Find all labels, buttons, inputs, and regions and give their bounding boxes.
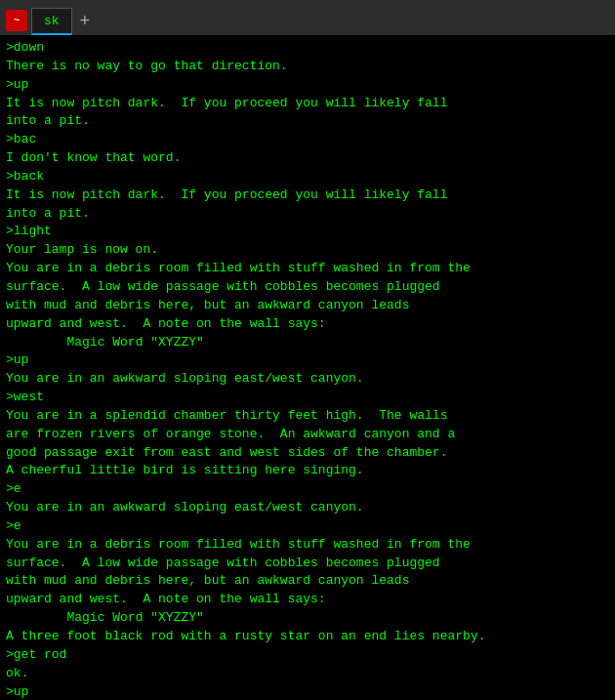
terminal-output-line: with mud and debris here, but an awkward… (6, 297, 609, 315)
terminal-output-line: Magic Word "XYZZY" (6, 609, 609, 628)
terminal-command: >down (6, 39, 609, 58)
active-tab[interactable]: sk (31, 8, 72, 35)
terminal-output-line: You are in a splendid chamber thirty fee… (6, 407, 609, 426)
add-tab-button[interactable]: + (72, 8, 99, 35)
terminal-output-line: You are in a debris room filled with stu… (6, 260, 609, 278)
terminal-output-line: into a pit. (6, 112, 609, 131)
terminal-output-line: ok. (6, 665, 609, 683)
terminal-output-line: A three foot black rod with a rusty star… (6, 628, 609, 646)
terminal-output-line: surface. A low wide passage with cobbles… (6, 555, 609, 573)
title-bar: ~ sk + (0, 0, 615, 35)
terminal-output-line: It is now pitch dark. If you proceed you… (6, 186, 609, 205)
terminal-command: >bac (6, 131, 609, 149)
terminal-output-line: There is no way to go that direction. (6, 58, 609, 76)
terminal-output-line: It is now pitch dark. If you proceed you… (6, 95, 609, 113)
terminal-output-line: A cheerful little bird is sitting here s… (6, 462, 609, 480)
terminal-output-line: Your lamp is now on. (6, 241, 609, 260)
terminal-output-line: upward and west. A note on the wall says… (6, 591, 609, 609)
terminal-output-line: You are in a debris room filled with stu… (6, 536, 609, 555)
terminal-output: >downThere is no way to go that directio… (0, 35, 615, 700)
terminal-output-line: into a pit. (6, 205, 609, 224)
terminal-command: >up (6, 683, 609, 700)
terminal-output-line: You are in an awkward sloping east/west … (6, 370, 609, 389)
terminal-output-line: upward and west. A note on the wall says… (6, 315, 609, 334)
terminal-command: >west (6, 389, 609, 407)
terminal-command: >get rod (6, 646, 609, 665)
terminal-command: >up (6, 351, 609, 370)
terminal-output-line: You are in an awkward sloping east/west … (6, 499, 609, 517)
terminal-command: >e (6, 517, 609, 536)
terminal-output-line: good passage exit from east and west sid… (6, 444, 609, 463)
terminal-output-line: Magic Word "XYZZY" (6, 334, 609, 352)
terminal-output-line: I don't know that word. (6, 149, 609, 168)
terminal-command: >up (6, 76, 609, 95)
terminal-output-line: surface. A low wide passage with cobbles… (6, 278, 609, 297)
terminal-output-line: with mud and debris here, but an awkward… (6, 572, 609, 591)
terminal-command: >light (6, 223, 609, 241)
terminal-command: >back (6, 168, 609, 186)
terminal-icon: ~ (6, 10, 27, 31)
terminal-command: >e (6, 480, 609, 499)
terminal-output-line: are frozen rivers of orange stone. An aw… (6, 426, 609, 444)
